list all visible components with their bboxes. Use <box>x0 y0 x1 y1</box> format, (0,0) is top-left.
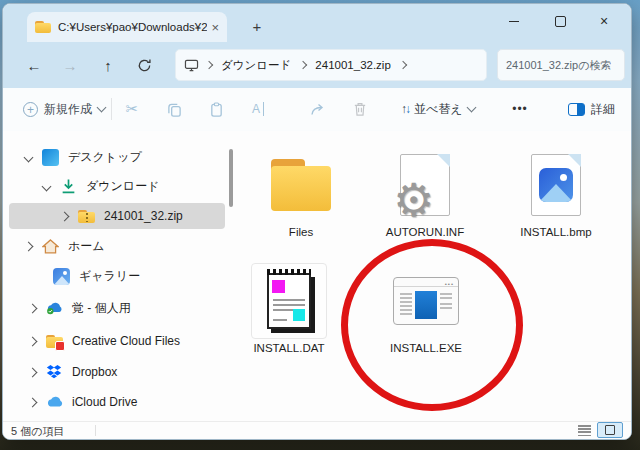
breadcrumb-downloads[interactable]: ダウンロード <box>219 58 293 73</box>
close-button[interactable]: × <box>583 4 625 38</box>
tab-title: C:¥Users¥pao¥Downloads¥241 <box>58 21 207 33</box>
sidebar-item-home[interactable]: ホーム <box>9 233 225 259</box>
status-divider <box>95 425 96 436</box>
copy-icon <box>167 102 182 117</box>
new-tab-button[interactable]: + <box>245 12 269 40</box>
sidebar-scrollbar[interactable] <box>229 149 233 207</box>
breadcrumb-separator-icon <box>205 61 213 69</box>
icloud-drive-icon <box>46 394 63 411</box>
zip-folder-icon <box>78 208 95 225</box>
rename-icon: A <box>252 102 264 116</box>
copy-button[interactable] <box>157 95 191 123</box>
desktop-wallpaper: C:¥Users¥pao¥Downloads¥241 × + × ← → ↑ <box>0 0 640 450</box>
downloads-icon <box>60 178 77 195</box>
gallery-icon <box>53 268 70 285</box>
command-toolbar: + 新規作成 ✂ A <box>3 88 631 132</box>
search-input[interactable] <box>498 59 624 71</box>
item-count: 5 個の項目 <box>11 424 64 439</box>
sidebar-item-gallery[interactable]: ギャラリー <box>9 263 225 289</box>
file-item-files[interactable]: Files <box>249 147 353 251</box>
rename-button[interactable]: A <box>241 95 275 123</box>
sort-label: 並べ替え <box>414 101 463 118</box>
address-bar[interactable]: ダウンロード 241001_32.zip <box>175 49 487 81</box>
explorer-tab[interactable]: C:¥Users¥pao¥Downloads¥241 × <box>27 12 227 42</box>
back-button[interactable]: ← <box>19 50 49 80</box>
icons-view-button[interactable] <box>597 422 623 438</box>
chevron-down-icon[interactable] <box>42 181 52 191</box>
file-name: AUTORUN.INF <box>373 226 477 238</box>
desktop-icon <box>42 149 59 166</box>
this-pc-icon <box>184 59 199 72</box>
image-icon <box>539 168 573 202</box>
file-name: INSTALL.bmp <box>504 226 608 238</box>
delete-button[interactable] <box>343 95 377 123</box>
forward-button[interactable]: → <box>55 50 85 80</box>
cut-button[interactable]: ✂ <box>115 95 149 123</box>
tab-close-icon[interactable]: × <box>211 20 219 35</box>
dropbox-icon <box>46 364 63 381</box>
creative-cloud-folder-icon <box>46 333 63 350</box>
title-bar: C:¥Users¥pao¥Downloads¥241 × + × <box>3 4 631 42</box>
paste-icon <box>209 102 224 117</box>
sidebar-item-downloads[interactable]: ダウンロード <box>9 173 225 199</box>
paste-button[interactable] <box>199 95 233 123</box>
sidebar-item-dropbox[interactable]: Dropbox <box>9 359 225 385</box>
annotation-circle <box>341 239 523 411</box>
gear-icon: ⚙ <box>393 177 434 223</box>
up-button[interactable]: ↑ <box>93 50 123 80</box>
new-item-button[interactable]: + 新規作成 <box>15 95 113 123</box>
search-box[interactable] <box>497 49 625 81</box>
share-button[interactable] <box>301 95 335 123</box>
plus-circle-icon: + <box>23 102 38 117</box>
maximize-button[interactable] <box>539 4 581 38</box>
file-item-bmp[interactable]: INSTALL.bmp <box>504 147 608 251</box>
dat-file-icon <box>267 273 311 329</box>
breadcrumb-zip[interactable]: 241001_32.zip <box>313 59 392 71</box>
inf-file-icon: ⚙ <box>400 154 450 216</box>
new-item-label: 新規作成 <box>44 101 92 118</box>
more-options-button[interactable]: ••• <box>503 95 537 123</box>
details-view-button[interactable] <box>578 425 591 436</box>
details-pane-icon <box>568 103 585 116</box>
details-label: 詳細 <box>591 101 615 118</box>
sort-button[interactable]: ↑↓ 並べ替え <box>395 95 481 123</box>
home-icon <box>42 238 59 255</box>
bmp-file-icon <box>531 154 581 216</box>
toolbar-divider <box>111 98 112 120</box>
file-item-dat[interactable]: INSTALL.DAT <box>237 263 341 367</box>
details-pane-button[interactable]: 詳細 <box>562 95 621 123</box>
chevron-down-icon <box>466 103 476 113</box>
breadcrumb-separator-icon <box>299 61 307 69</box>
minimize-button[interactable] <box>493 4 535 38</box>
chevron-down-icon[interactable] <box>24 152 34 162</box>
sidebar-item-zip[interactable]: 241001_32.zip <box>9 203 225 229</box>
folder-icon <box>269 159 333 211</box>
chevron-right-icon[interactable] <box>28 397 38 407</box>
sidebar-item-onedrive[interactable]: 覚 - 個人用 <box>9 295 225 321</box>
window-body: デスクトップ ダウンロード <box>3 131 631 422</box>
sort-icon: ↑↓ <box>401 102 409 116</box>
status-bar: 5 個の項目 <box>3 421 631 439</box>
trash-icon <box>353 102 367 117</box>
file-name: INSTALL.DAT <box>237 342 341 354</box>
chevron-right-icon[interactable] <box>24 241 34 251</box>
explorer-window: C:¥Users¥pao¥Downloads¥241 × + × ← → ↑ <box>2 3 632 440</box>
chevron-down-icon <box>97 103 107 113</box>
refresh-button[interactable] <box>129 50 159 80</box>
chevron-right-icon[interactable] <box>60 211 70 221</box>
folder-icon <box>35 21 51 33</box>
sidebar-item-creative-cloud[interactable]: Creative Cloud Files <box>9 328 225 354</box>
chevron-right-icon[interactable] <box>28 336 38 346</box>
refresh-icon <box>137 58 152 73</box>
share-icon <box>310 102 326 116</box>
file-item-autorun[interactable]: ⚙ AUTORUN.INF <box>373 147 477 251</box>
navigation-bar: ← → ↑ ダウンロード 241001_32.zip <box>3 42 631 88</box>
icons-view-icon <box>605 425 615 435</box>
sidebar-item-desktop[interactable]: デスクトップ <box>9 144 225 170</box>
chevron-right-icon[interactable] <box>28 367 38 377</box>
file-list-pane: Files ⚙ AUTORUN.INF <box>235 131 631 422</box>
file-name: Files <box>249 226 353 238</box>
sidebar-item-icloud-drive[interactable]: iCloud Drive <box>9 389 225 415</box>
chevron-right-icon[interactable] <box>28 303 38 313</box>
navigation-pane: デスクトップ ダウンロード <box>3 131 235 422</box>
